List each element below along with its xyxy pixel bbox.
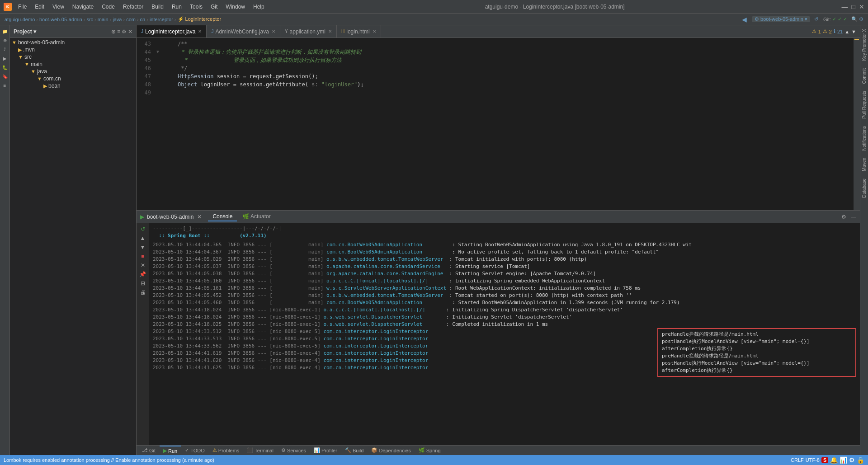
- print-icon[interactable]: 🖨: [139, 288, 147, 296]
- bottom-tab-todo[interactable]: ✓ TODO: [181, 446, 208, 456]
- menu-help[interactable]: Help: [250, 3, 268, 11]
- run-settings-icon[interactable]: ⚙: [841, 214, 846, 220]
- right-panel-notifications[interactable]: Notifications: [861, 122, 868, 154]
- tree-item-src[interactable]: ▼ src: [10, 53, 136, 61]
- minimize-button[interactable]: —: [842, 3, 848, 10]
- status-crlf[interactable]: CRLF: [791, 457, 804, 463]
- maximize-button[interactable]: □: [852, 3, 855, 10]
- scroll-down-icon[interactable]: ▼: [139, 243, 147, 251]
- menu-run[interactable]: Run: [168, 3, 185, 11]
- menu-window[interactable]: Window: [222, 3, 249, 11]
- run-tab-close[interactable]: ✕: [197, 214, 202, 220]
- right-panel-maven[interactable]: Maven: [861, 154, 868, 175]
- stop-button[interactable]: ■: [139, 252, 147, 260]
- breadcrumb-item-4[interactable]: java: [113, 17, 122, 22]
- breadcrumb-item-5[interactable]: com: [126, 17, 136, 22]
- pin-icon[interactable]: 📌: [139, 270, 147, 278]
- breadcrumb-item-0[interactable]: atguigu-demo: [5, 17, 35, 22]
- tab-close-0[interactable]: ✕: [198, 29, 202, 34]
- search-icon[interactable]: 🔍: [851, 16, 858, 22]
- log-line-12: 2023-05-10 13:44:33.512 INFO 3856 --- [n…: [153, 328, 656, 335]
- fold-marker[interactable]: [155, 40, 161, 48]
- close-button[interactable]: ✕: [859, 3, 864, 10]
- tree-item-main[interactable]: ▼ main: [10, 61, 136, 68]
- git-check2[interactable]: ✓: [838, 16, 842, 22]
- git-check1[interactable]: ✓: [832, 16, 836, 22]
- fold-marker[interactable]: ▼: [155, 48, 161, 56]
- bottom-tab-spring[interactable]: 🌿 Spring: [415, 446, 444, 456]
- tab-close-1[interactable]: ✕: [272, 29, 275, 34]
- menu-git[interactable]: Git: [207, 3, 221, 11]
- run-app-name[interactable]: boot-web-05-admin: [147, 214, 193, 220]
- breadcrumb-item-2[interactable]: src: [86, 17, 93, 22]
- bottom-tab-services[interactable]: ⚙ Services: [278, 446, 310, 456]
- tab-close-2[interactable]: ✕: [328, 29, 332, 34]
- tree-item-root[interactable]: ▼ boot-web-05-admin: [10, 39, 136, 46]
- menu-navigate[interactable]: Navigate: [69, 3, 97, 11]
- tree-item-bean[interactable]: ▶ bean: [10, 82, 136, 89]
- menu-refactor[interactable]: Refactor: [119, 3, 147, 11]
- console-output[interactable]: ----------[_]-----------------|---/-/-/-…: [149, 223, 860, 445]
- menu-file[interactable]: File: [14, 3, 30, 11]
- locate-icon[interactable]: ⊕: [111, 28, 116, 35]
- git-check3[interactable]: ✓: [843, 16, 847, 22]
- sidebar-commit-icon[interactable]: ⊕: [1, 36, 9, 44]
- sidebar-pullreq-icon[interactable]: ⤴: [1, 45, 9, 53]
- tree-item-comcn[interactable]: ▼ com.cn: [10, 75, 136, 82]
- breadcrumb-item-7[interactable]: interceptor: [150, 17, 173, 22]
- chevron-up-icon[interactable]: ▲: [844, 29, 849, 34]
- menu-build[interactable]: Build: [148, 3, 167, 11]
- right-panel-commit[interactable]: Commit: [861, 65, 868, 87]
- collapse-icon[interactable]: ≡: [117, 28, 120, 35]
- menu-tools[interactable]: Tools: [186, 3, 206, 11]
- close-run-icon[interactable]: ✕: [139, 261, 147, 269]
- breadcrumb-item-3[interactable]: main: [98, 17, 108, 22]
- bottom-tab-dependencies[interactable]: 📦 Dependencies: [368, 446, 414, 456]
- scroll-up-icon[interactable]: ▲: [139, 234, 147, 242]
- breadcrumb-item-8[interactable]: ⚡ LoginInterceptor: [178, 16, 222, 22]
- sidebar-debug-icon[interactable]: 🐛: [1, 63, 9, 71]
- settings-icon[interactable]: ⚙: [859, 16, 863, 22]
- tab-logininterceptor[interactable]: J LoginInterceptor.java ✕: [137, 25, 207, 38]
- nav-back[interactable]: ◀: [742, 16, 747, 23]
- menu-edit[interactable]: Edit: [31, 3, 48, 11]
- run-minimize-icon[interactable]: —: [851, 214, 856, 220]
- refresh-icon[interactable]: ↺: [814, 16, 818, 22]
- menu-view[interactable]: View: [49, 3, 68, 11]
- tree-item-java[interactable]: ▼ java: [10, 68, 136, 75]
- tab-appyml[interactable]: Y application.yml ✕: [280, 25, 337, 38]
- status-encoding[interactable]: UTF-8: [806, 457, 820, 463]
- tab-loginhtml[interactable]: H login.html ✕: [337, 25, 381, 38]
- code-area[interactable]: /** * 登录检查逻辑：先使用拦截器拦截请求进行判断，如果没有登录则跳转到 *…: [161, 38, 854, 210]
- run-tab-actuator[interactable]: 🌿 Actuator: [238, 212, 275, 221]
- chevron-down-icon[interactable]: ▼: [851, 29, 856, 34]
- breadcrumb-item-6[interactable]: cn: [140, 17, 146, 22]
- bottom-tab-profiler[interactable]: 📊 Profiler: [310, 446, 341, 456]
- filter-icon[interactable]: ⊟: [139, 279, 147, 287]
- bottom-tab-problems[interactable]: ⚠ Problems: [209, 446, 243, 456]
- sidebar-structure-icon[interactable]: ≡: [1, 81, 9, 89]
- bottom-tab-git[interactable]: ⎇ Git: [138, 446, 159, 456]
- close-panel-icon[interactable]: ✕: [128, 28, 132, 35]
- menu-code[interactable]: Code: [98, 3, 118, 11]
- sidebar-project-icon[interactable]: 📁: [1, 27, 9, 35]
- project-dropdown[interactable]: ⚙ boot-web-05-admin ▾: [752, 16, 810, 22]
- tab-close-3[interactable]: ✕: [373, 29, 376, 34]
- bottom-tab-run[interactable]: ▶ Run: [160, 446, 181, 456]
- bottom-tab-build[interactable]: 🔨 Build: [341, 446, 367, 456]
- highlight-msg-4: postHandle执行ModelAndView [view="main"; m…: [662, 360, 852, 367]
- tab-adminwebconfig[interactable]: J AdminWebConfig.java ✕: [207, 25, 280, 38]
- settings-panel-icon[interactable]: ⚙: [122, 28, 127, 35]
- sidebar-bookmark-icon[interactable]: 🔖: [1, 72, 9, 80]
- bottom-tab-terminal[interactable]: ⬛ Terminal: [243, 446, 277, 456]
- right-panel-database[interactable]: Database: [861, 175, 868, 202]
- sidebar-run-icon[interactable]: ▶: [1, 54, 9, 62]
- tree-item-mvn[interactable]: ▶ .mvn: [10, 46, 136, 53]
- tree-label-mvn: .mvn: [23, 47, 35, 53]
- right-panel-pull-requests[interactable]: Pull Requests: [861, 87, 868, 122]
- restart-button[interactable]: ↺: [139, 225, 147, 233]
- breadcrumb-item-1[interactable]: boot-web-05-admin: [39, 17, 82, 22]
- right-panel-key-promoter[interactable]: Key Promoter X: [861, 25, 868, 65]
- run-tab-console[interactable]: Console: [208, 212, 237, 221]
- terminal-icon: ⬛: [247, 447, 253, 453]
